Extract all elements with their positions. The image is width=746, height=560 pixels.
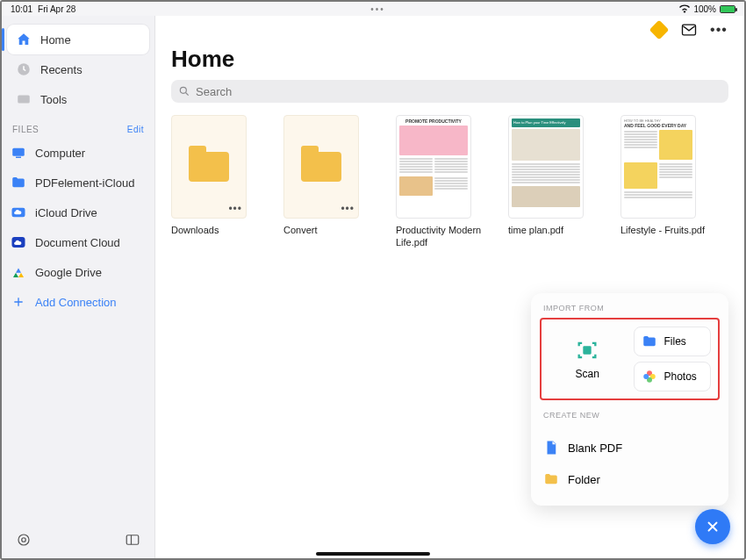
sidebar-item-label: Computer [35,147,85,160]
doc-headline: PROMOTE PRODUCTIVITY [399,118,468,124]
svg-rect-8 [126,535,139,545]
mail-button[interactable] [679,20,699,39]
wifi-icon [679,4,690,13]
doc-headline: AND FEEL GOOD EVERY DAY [624,123,692,128]
tile-more-button[interactable]: ••• [228,203,242,215]
folder-icon [11,175,26,190]
sidebar-item-label: iCloud Drive [35,206,97,219]
sidebar-item-icloud-drive[interactable]: iCloud Drive [2,197,154,227]
blank-pdf-icon [543,440,559,456]
search-field[interactable] [171,80,728,103]
status-date: Fri Apr 28 [38,4,75,14]
sidebar-item-label: Google Drive [35,266,102,279]
grid-tile-doc[interactable]: How to Plan your Time Effectively time p… [508,115,596,249]
create-new-label: CREATE NEW [540,409,720,425]
tools-icon [16,91,32,107]
doc-thumb: PROMOTE PRODUCTIVITY [396,115,471,219]
svg-line-12 [186,93,189,96]
svg-rect-2 [12,148,25,156]
battery-icon [720,5,735,13]
file-grid: ••• Downloads ••• Convert PROMOTE PRODUC… [171,115,728,249]
tile-label: Productivity Modern Life.pdf [396,224,484,249]
svg-point-6 [18,535,29,545]
plus-icon [11,294,26,310]
scan-button[interactable]: Scan [549,327,627,391]
mail-icon [680,21,698,39]
create-blank-pdf-button[interactable]: Blank PDF [540,432,720,463]
grid-tile-folder[interactable]: ••• Downloads [171,115,259,249]
device-frame: 10:01 Fri Apr 28 ••• 100% Home [0,0,746,560]
more-button[interactable]: ••• [709,20,728,39]
sidebar-item-label: PDFelement-iCloud [35,176,134,190]
sidebar-icon [125,532,140,548]
page-title: Home [171,46,728,73]
folder-icon [301,152,341,182]
computer-icon [11,145,26,161]
gear-icon [16,532,32,548]
sidebar-item-home[interactable]: Home [7,25,149,54]
status-bar: 10:01 Fri Apr 28 ••• 100% [2,2,744,16]
tile-more-button[interactable]: ••• [341,203,355,215]
doc-headline: How to Plan your Time Effectively [513,120,566,125]
close-icon [705,519,721,535]
svg-point-17 [643,374,649,379]
svg-rect-3 [16,157,21,159]
sidebar-item-tools[interactable]: Tools [7,84,149,114]
close-fab-button[interactable] [695,509,730,544]
grid-tile-folder[interactable]: ••• Convert [283,115,371,249]
folder-thumb: ••• [283,115,359,219]
add-popover: IMPORT FROM Scan Files [531,293,728,506]
status-time: 10:01 [11,4,32,14]
create-item-label: Folder [568,473,600,486]
sidebar-item-document-cloud[interactable]: Document Cloud [2,227,154,257]
content-area: ••• Home ••• Downloads [155,16,744,558]
create-item-label: Blank PDF [568,442,622,455]
sidebar-toggle-button[interactable] [123,530,142,549]
svg-point-11 [180,87,186,93]
scan-icon [575,338,599,363]
import-from-label: IMPORT FROM [540,302,720,318]
svg-rect-13 [584,346,592,354]
svg-point-7 [22,538,26,542]
sidebar-item-label: Recents [40,63,82,76]
sidebar-item-computer[interactable]: Computer [2,138,154,168]
multitask-dots[interactable]: ••• [75,4,679,14]
diamond-icon [649,20,670,40]
sidebar-item-recents[interactable]: Recents [7,54,149,84]
photos-label: Photos [664,370,697,383]
tile-label: time plan.pdf [508,224,596,236]
google-drive-icon [11,264,26,280]
photos-icon [642,369,657,384]
folder-thumb: ••• [171,115,247,219]
sidebar-item-google-drive[interactable]: Google Drive [2,257,154,287]
document-cloud-icon [11,234,26,250]
import-photos-button[interactable]: Photos [634,362,712,391]
sidebar-item-label: Tools [40,93,67,106]
sidebar: Home Recents Tools FILES Edit [2,16,155,558]
grid-tile-doc[interactable]: HOW TO BE HEALTHY AND FEEL GOOD EVERY DA… [620,115,708,249]
home-indicator[interactable] [316,552,430,556]
tile-label: Convert [283,224,371,236]
doc-thumb: HOW TO BE HEALTHY AND FEEL GOOD EVERY DA… [620,115,696,219]
create-folder-button[interactable]: Folder [540,463,720,495]
sidebar-add-connection[interactable]: Add Connection [2,287,154,317]
battery-percent: 100% [693,4,716,14]
doc-thumb: How to Plan your Time Effectively [508,115,584,219]
search-input[interactable] [196,85,721,98]
sidebar-item-pdfelement-icloud[interactable]: PDFelement-iCloud [2,168,154,197]
import-files-button[interactable]: Files [634,327,712,356]
sidebar-item-label: Document Cloud [35,236,120,249]
sidebar-item-label: Add Connection [35,296,117,309]
folder-icon [642,334,657,349]
scan-label: Scan [576,368,599,380]
files-section-header: FILES [12,125,39,134]
search-icon [178,85,190,97]
folder-icon [543,471,559,487]
edit-button[interactable]: Edit [127,125,144,134]
premium-button[interactable] [649,20,669,39]
tile-label: Downloads [171,224,259,236]
settings-button[interactable] [14,530,33,549]
clock-icon [16,61,32,77]
svg-rect-1 [18,96,30,104]
grid-tile-doc[interactable]: PROMOTE PRODUCTIVITY Productivity Modern… [396,115,484,249]
